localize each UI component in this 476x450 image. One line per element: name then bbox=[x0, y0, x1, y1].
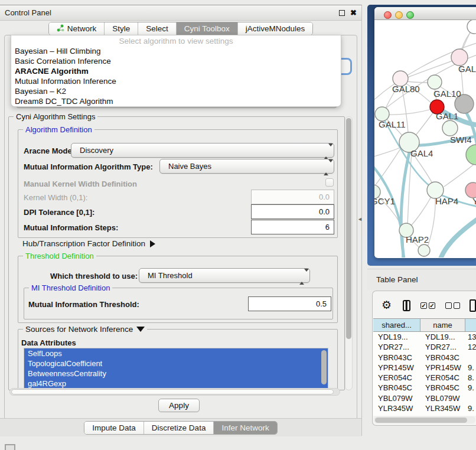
mi-algorithm-type-combo[interactable]: Naive Bayes bbox=[159, 159, 334, 174]
network-node-label: SWI4 bbox=[450, 135, 472, 145]
table-cell: YBR045C bbox=[373, 383, 420, 393]
column-header[interactable] bbox=[465, 319, 476, 331]
horizontal-scrollbar-thumb[interactable] bbox=[11, 389, 334, 394]
vertical-scrollbar-thumb[interactable] bbox=[346, 118, 351, 339]
table-toolbar: ⚙ ✓ ✓ bbox=[373, 297, 476, 314]
table-cell: YBL079W bbox=[420, 393, 465, 403]
tab-discretize-data[interactable]: Discretize Data bbox=[144, 422, 214, 434]
network-edge[interactable] bbox=[410, 195, 432, 227]
settings-vertical-scrollbar[interactable] bbox=[345, 116, 353, 390]
algorithm-option-list: Bayesian – Hill ClimbingBasic Correlatio… bbox=[11, 46, 341, 106]
dpi-tolerance-field[interactable]: 0.0 bbox=[251, 204, 334, 219]
settings-horizontal-scrollbar[interactable] bbox=[9, 388, 340, 396]
mi-steps-field[interactable]: 6 bbox=[251, 220, 334, 234]
tab-select[interactable]: Select bbox=[138, 22, 177, 35]
unselect-all-columns-icon[interactable] bbox=[445, 302, 460, 309]
list-scrollbar-thumb[interactable] bbox=[321, 350, 327, 384]
tab-infer-network[interactable]: Infer Network bbox=[214, 422, 276, 434]
network-edge[interactable] bbox=[441, 219, 476, 257]
hub-definition-label: Hub/Transcription Factor Definition bbox=[22, 239, 145, 248]
network-node[interactable] bbox=[451, 49, 468, 66]
kernel-width-label: Kernel Width (0,1): bbox=[24, 193, 87, 202]
gear-icon[interactable]: ⚙ bbox=[382, 299, 392, 312]
manual-kernel-width-checkbox[interactable] bbox=[325, 178, 334, 187]
network-node[interactable] bbox=[467, 20, 476, 34]
table-row[interactable]: YBR045CYBR045C9. bbox=[373, 383, 476, 393]
table-row[interactable]: YBR043CYBR043C bbox=[373, 353, 476, 363]
data-attribute-item[interactable]: SelfLoops bbox=[24, 348, 328, 358]
table-scrollbar-thumb[interactable] bbox=[375, 418, 467, 423]
column-header[interactable]: shared... bbox=[373, 319, 420, 331]
apply-button[interactable]: Apply bbox=[158, 399, 200, 412]
sources-expander[interactable]: Sources for Network Inference bbox=[23, 325, 147, 334]
zoom-traffic-light-icon[interactable] bbox=[406, 11, 414, 19]
network-window-titlebar[interactable] bbox=[374, 7, 476, 20]
network-node[interactable] bbox=[466, 145, 476, 165]
network-edge[interactable] bbox=[413, 110, 435, 138]
split-columns-icon[interactable] bbox=[403, 300, 410, 311]
network-node[interactable] bbox=[428, 75, 442, 89]
network-node[interactable] bbox=[442, 120, 458, 136]
algorithm-option[interactable]: Mutual Information Inference bbox=[11, 76, 341, 86]
table-cell: YER054C bbox=[373, 373, 420, 383]
network-icon bbox=[57, 24, 64, 34]
network-edge[interactable] bbox=[374, 165, 403, 257]
column-header[interactable]: name bbox=[420, 319, 465, 331]
network-node-label: GAL80 bbox=[392, 84, 420, 94]
stepper-arrows-icon bbox=[324, 146, 328, 155]
table-cell: 13 bbox=[465, 332, 476, 342]
tab-style[interactable]: Style bbox=[105, 22, 138, 35]
data-attribute-item[interactable]: TopologicalCoefficient bbox=[24, 358, 328, 369]
network-canvas[interactable]: GALGAL80GAL10GAL1GAL11SWI4GAL4GCY1HAP4YH… bbox=[374, 20, 476, 257]
table-row[interactable]: YLR345WYLR345W9. bbox=[373, 403, 476, 413]
table-cell: YDR27... bbox=[420, 342, 465, 352]
hub-definition-expander[interactable]: Hub/Transcription Factor Definition bbox=[22, 239, 155, 248]
tab-impute-data[interactable]: Impute Data bbox=[84, 422, 144, 434]
kernel-width-field[interactable]: 0.0 bbox=[251, 190, 334, 204]
manual-kernel-width-label: Manual Kernel Width Definition bbox=[24, 180, 137, 188]
sources-title: Sources for Network Inference bbox=[25, 325, 133, 334]
algorithm-option[interactable]: Basic Correlation Inference bbox=[11, 56, 341, 66]
algorithm-option[interactable]: Bayesian – K2 bbox=[11, 86, 341, 96]
close-traffic-light-icon[interactable] bbox=[384, 11, 392, 19]
tab-jactivemnodules[interactable]: jActiveMNodules bbox=[238, 22, 313, 35]
table-row[interactable]: YIL052CYIL052C9 bbox=[373, 413, 476, 416]
splitter-collapse-arrow[interactable]: ◄ bbox=[357, 216, 363, 222]
table-cell: YIL052C bbox=[420, 413, 465, 416]
algorithm-option[interactable]: ARACNE Algorithm bbox=[11, 66, 341, 76]
network-edge[interactable] bbox=[387, 109, 433, 115]
table-row[interactable]: YDL19...YDL19...13 bbox=[373, 332, 476, 342]
network-node-label: GAL bbox=[458, 64, 476, 74]
control-panel-titlebar[interactable]: Control Panel ✖ bbox=[0, 5, 361, 21]
tab-network[interactable]: Network bbox=[49, 22, 105, 35]
table-row[interactable]: YER054CYER054C8. bbox=[373, 373, 476, 383]
algorithm-option[interactable]: Dream8 DC_TDC Algorithm bbox=[11, 96, 341, 106]
tab-label: Select bbox=[146, 24, 168, 33]
tab-cyni-toolbox[interactable]: Cyni Toolbox bbox=[177, 22, 238, 35]
document-icon[interactable] bbox=[470, 299, 476, 312]
algorithm-option[interactable]: Bayesian – Hill Climbing bbox=[11, 46, 341, 56]
table-row[interactable]: YDR27...YDR27...12 bbox=[373, 342, 476, 352]
minimize-traffic-light-icon[interactable] bbox=[395, 11, 403, 19]
table-cell: YLR345W bbox=[420, 403, 465, 413]
aracne-mode-label: Aracne Mode: bbox=[24, 146, 74, 155]
table-row[interactable]: YPR145WYPR145W9. bbox=[373, 363, 476, 373]
which-threshold-combo[interactable]: MI Threshold bbox=[139, 268, 310, 283]
mi-threshold-field[interactable]: 0.5 bbox=[248, 296, 331, 311]
close-icon[interactable]: ✖ bbox=[350, 10, 357, 16]
table-row[interactable]: YBL079WYBL079W bbox=[373, 393, 476, 403]
bottom-left-partial-widget[interactable] bbox=[5, 444, 15, 450]
tab-label: jActiveMNodules bbox=[246, 24, 305, 33]
network-node[interactable] bbox=[418, 244, 430, 256]
algorithm-definition-title: Algorithm Definition bbox=[23, 125, 94, 134]
float-window-icon[interactable] bbox=[339, 10, 345, 16]
table-cell: 12 bbox=[465, 342, 476, 352]
bottom-tab-row: Impute DataDiscretize DataInfer Network bbox=[84, 421, 277, 435]
aracne-mode-combo[interactable]: Discovery bbox=[71, 143, 334, 158]
data-attribute-item[interactable]: gal4RGexp bbox=[24, 379, 328, 389]
select-all-columns-icon[interactable]: ✓ ✓ bbox=[420, 302, 435, 309]
data-attributes-list: SelfLoopsTopologicalCoefficientBetweenne… bbox=[24, 348, 328, 389]
table-horizontal-scrollbar[interactable] bbox=[374, 416, 475, 423]
data-attribute-item[interactable]: BetweennessCentrality bbox=[24, 369, 328, 379]
table-panel-titlebar[interactable]: Table Panel bbox=[367, 269, 476, 290]
